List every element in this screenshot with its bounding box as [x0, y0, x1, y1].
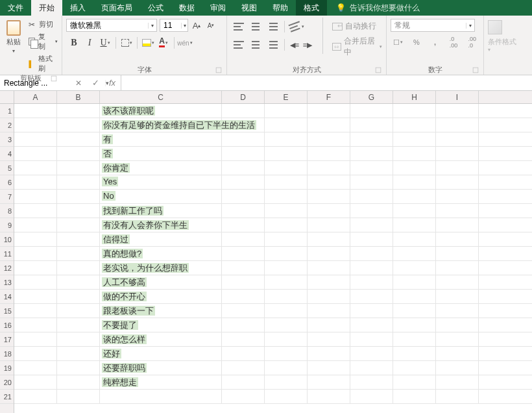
cell[interactable]: [436, 204, 479, 218]
align-top-button[interactable]: [231, 19, 247, 34]
cell[interactable]: [436, 347, 479, 360]
row-header[interactable]: 21: [0, 390, 14, 404]
cell[interactable]: [222, 132, 265, 146]
column-header[interactable]: E: [265, 91, 308, 103]
cell[interactable]: [222, 290, 265, 303]
cell[interactable]: [57, 290, 100, 303]
align-right-button[interactable]: [265, 38, 280, 52]
cell[interactable]: [350, 318, 393, 332]
merge-center-button[interactable]: ⇿合并后居中▾: [332, 36, 382, 58]
increase-indent-button[interactable]: ≡▶: [302, 38, 313, 52]
cell[interactable]: [265, 132, 308, 146]
cell[interactable]: [350, 104, 393, 118]
row-header[interactable]: 19: [0, 361, 14, 375]
cell[interactable]: [14, 204, 57, 218]
dialog-launcher-icon[interactable]: [376, 68, 381, 73]
cell[interactable]: [57, 147, 100, 160]
cell[interactable]: [222, 304, 265, 318]
cell[interactable]: [393, 190, 436, 203]
font-color-button[interactable]: A▾: [156, 36, 171, 50]
paste-button[interactable]: 粘贴 ▾: [4, 18, 23, 73]
cell[interactable]: [222, 375, 265, 389]
cell[interactable]: [14, 161, 57, 175]
cell[interactable]: [14, 375, 57, 389]
cell[interactable]: 不要提了: [100, 318, 222, 332]
cell[interactable]: [308, 247, 350, 260]
border-button[interactable]: ▾: [119, 36, 134, 50]
cell[interactable]: [265, 104, 308, 118]
cell[interactable]: [100, 390, 222, 403]
cell[interactable]: 该不该辞职呢: [100, 104, 222, 118]
cell[interactable]: [436, 190, 479, 203]
cell[interactable]: [222, 232, 265, 246]
cell[interactable]: 还好: [100, 347, 222, 360]
cell[interactable]: 纯粹想走: [100, 375, 222, 389]
cell[interactable]: [265, 232, 308, 246]
format-painter-button[interactable]: 格式刷: [27, 54, 58, 73]
cell[interactable]: [57, 275, 100, 289]
grow-font-button[interactable]: A▴: [191, 19, 202, 31]
tab-file[interactable]: 文件: [0, 0, 31, 16]
cell[interactable]: [393, 175, 436, 189]
cell[interactable]: [308, 190, 350, 203]
column-header[interactable]: F: [308, 91, 350, 103]
cell[interactable]: [393, 147, 436, 160]
cell[interactable]: [14, 175, 57, 189]
formula-bar-input[interactable]: [121, 75, 532, 90]
tell-me-search[interactable]: 💡 告诉我你想要做什么: [327, 0, 429, 16]
cell[interactable]: [436, 132, 479, 146]
cell[interactable]: 有: [100, 132, 222, 146]
cell[interactable]: [350, 232, 393, 246]
italic-button[interactable]: I: [82, 36, 97, 50]
cell[interactable]: [57, 104, 100, 118]
cell[interactable]: [350, 390, 393, 403]
cell[interactable]: [57, 132, 100, 146]
row-header[interactable]: 16: [0, 318, 14, 332]
cell[interactable]: [265, 118, 308, 132]
fill-color-button[interactable]: ▾: [140, 36, 156, 50]
cut-button[interactable]: 剪切: [27, 19, 58, 29]
row-header[interactable]: 12: [0, 261, 14, 275]
cell[interactable]: [222, 247, 265, 260]
cell[interactable]: 信得过: [100, 232, 222, 246]
cell[interactable]: 人工不够高: [100, 275, 222, 289]
cell[interactable]: [57, 361, 100, 375]
cell[interactable]: [222, 318, 265, 332]
cell[interactable]: [308, 375, 350, 389]
cell[interactable]: [308, 218, 350, 232]
cell[interactable]: [308, 175, 350, 189]
cell[interactable]: [57, 347, 100, 360]
cell[interactable]: [57, 161, 100, 175]
increase-decimal-button[interactable]: .0.00: [446, 36, 461, 49]
cell[interactable]: [57, 390, 100, 403]
cell[interactable]: [308, 318, 350, 332]
cell[interactable]: [57, 218, 100, 232]
accounting-format-button[interactable]: ☐▾: [391, 36, 405, 49]
cell[interactable]: 做的不开心: [100, 290, 222, 303]
cell[interactable]: [436, 261, 479, 275]
cell[interactable]: [265, 304, 308, 318]
cell[interactable]: [350, 261, 393, 275]
cell[interactable]: [350, 290, 393, 303]
cell[interactable]: [14, 247, 57, 260]
row-header[interactable]: 3: [0, 132, 14, 147]
tab-format[interactable]: 格式: [296, 0, 327, 16]
cell[interactable]: [57, 232, 100, 246]
cell[interactable]: [436, 390, 479, 403]
cell[interactable]: [222, 390, 265, 403]
cell[interactable]: [14, 190, 57, 203]
cell[interactable]: [222, 332, 265, 346]
cell[interactable]: [436, 290, 479, 303]
cell[interactable]: 有没有人会养你下半生: [100, 218, 222, 232]
cell[interactable]: [14, 304, 57, 318]
chevron-down-icon[interactable]: ▾: [466, 23, 474, 29]
cell[interactable]: [436, 361, 479, 375]
cell[interactable]: [350, 118, 393, 132]
row-header[interactable]: 11: [0, 247, 14, 261]
cell[interactable]: 找到新工作了吗: [100, 204, 222, 218]
cell[interactable]: [393, 275, 436, 289]
dialog-launcher-icon[interactable]: [51, 76, 56, 81]
cell[interactable]: Yes: [100, 175, 222, 189]
cell[interactable]: [350, 147, 393, 160]
row-header[interactable]: 10: [0, 232, 14, 247]
